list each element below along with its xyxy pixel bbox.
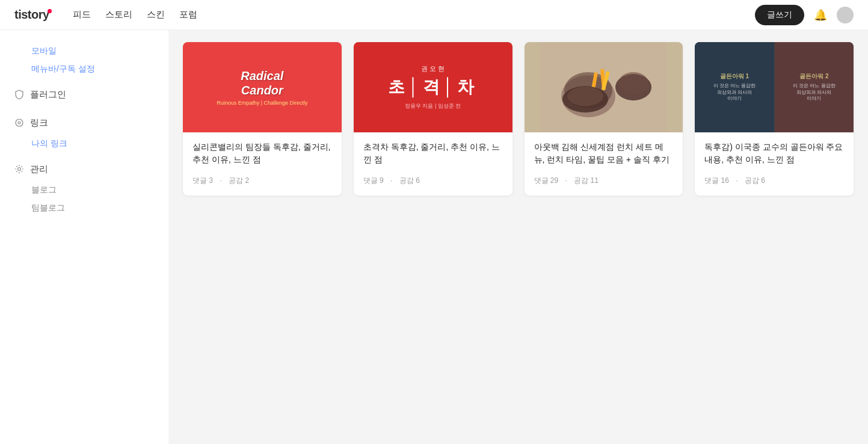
svg-point-7 — [618, 72, 648, 94]
card-radical-candor[interactable]: RadicalCandor Ruinous Empathy | Challeng… — [183, 42, 342, 196]
card1-body: 실리콘밸리의 팀장들 독후감, 줄거리, 추천 이유, 느낀 점 댓글 3 · … — [183, 132, 342, 196]
card3-image — [525, 42, 683, 132]
nav-forum[interactable]: 포럼 — [179, 9, 197, 20]
link-icon — [14, 118, 25, 129]
sidebar-item-menubar[interactable]: 메뉴바/구독 설정 — [31, 60, 168, 78]
card3-body: 아웃백 김해 신세계점 런치 세트 메뉴, 런치 타임, 꿀팁 모음 + 솔직 … — [525, 132, 683, 196]
card2-body: 초격차 독후감, 줄거리, 추천 이유, 느낀 점 댓글 9 · 공감 6 — [354, 132, 512, 196]
header-right: 글쓰기 🔔 — [755, 5, 854, 25]
svg-point-12 — [567, 87, 603, 106]
card-food[interactable]: 아웃백 김해 신세계점 런치 세트 메뉴, 런치 타임, 꿀팁 모음 + 솔직 … — [525, 42, 683, 196]
sidebar-link-header[interactable]: 링크 — [0, 111, 168, 135]
sidebar-plugin-label: 플러그인 — [30, 89, 66, 100]
logo-text: tistory — [14, 8, 49, 22]
nav-story[interactable]: 스토리 — [105, 9, 132, 20]
card4-likes: 공감 6 — [745, 176, 765, 185]
sidebar-section-link: 링크 나의 링크 — [0, 111, 168, 153]
sidebar-section-plugin: 플러그인 — [0, 83, 168, 106]
avatar[interactable] — [837, 7, 854, 23]
logo[interactable]: tistory — [14, 8, 54, 22]
cards-grid: RadicalCandor Ruinous Empathy | Challeng… — [183, 42, 854, 196]
sidebar-section-mobile: 모바일 메뉴바/구독 설정 — [0, 42, 168, 78]
gear-icon — [14, 164, 25, 175]
radical-candor-title: RadicalCandor Ruinous Empathy | Challeng… — [217, 69, 307, 106]
svg-point-1 — [18, 122, 20, 124]
card2-likes: 공감 6 — [399, 176, 420, 185]
card1-comments: 댓글 3 — [192, 176, 213, 185]
logo-dot — [48, 9, 52, 13]
card4-meta: 댓글 16 · 공감 6 — [704, 176, 844, 186]
chogyeokcha-inner: 권 오 현 초│격│차 정용우 지음 | 임성준 전 — [388, 64, 478, 110]
sidebar-manage-header[interactable]: 관리 — [0, 158, 168, 181]
card-books[interactable]: 골든아워 1 이 것은 어느 용감한외상외과 의사의이야기 골든아워 2 이 것… — [695, 42, 854, 196]
sidebar-item-teamblog[interactable]: 팀블로그 — [31, 199, 168, 217]
sidebar-item-blog[interactable]: 블로그 — [31, 181, 168, 199]
content-area: 모바일 메뉴바/구독 설정 플러그인 — [0, 30, 868, 444]
card1-meta: 댓글 3 · 공감 2 — [192, 176, 332, 186]
sidebar-mobile-sub: 모바일 메뉴바/구독 설정 — [0, 42, 168, 78]
card3-likes: 공감 11 — [574, 176, 599, 185]
sidebar-item-mylink[interactable]: 나의 링크 — [31, 135, 168, 153]
card3-meta: 댓글 29 · 공감 11 — [534, 176, 674, 186]
sidebar-section-manage: 관리 블로그 팀블로그 — [0, 158, 168, 217]
card2-title: 초격차 독후감, 줄거리, 추천 이유, 느낀 점 — [363, 141, 503, 166]
food-svg — [540, 42, 666, 132]
header: tistory 피드 스토리 스킨 포럼 글쓰기 🔔 — [0, 0, 868, 30]
card1-title: 실리콘밸리의 팀장들 독후감, 줄거리, 추천 이유, 느낀 점 — [192, 141, 332, 166]
card3-title: 아웃백 김해 신세계점 런치 세트 메뉴, 런치 타임, 꿀팁 모음 + 솔직 … — [534, 141, 674, 166]
write-button[interactable]: 글쓰기 — [755, 5, 804, 25]
main-content: RadicalCandor Ruinous Empathy | Challeng… — [168, 30, 868, 444]
main-nav: 피드 스토리 스킨 포럼 — [73, 9, 755, 20]
card1-likes: 공감 2 — [229, 176, 249, 185]
sidebar-manage-label: 관리 — [30, 164, 48, 175]
card4-body: 독후감) 이국종 교수의 골든아워 주요 내용, 추천 이유, 느낀 점 댓글 … — [695, 132, 854, 196]
card2-meta: 댓글 9 · 공감 6 — [363, 176, 503, 186]
card4-image: 골든아워 1 이 것은 어느 용감한외상외과 의사의이야기 골든아워 2 이 것… — [695, 42, 854, 132]
svg-point-0 — [16, 119, 23, 126]
sidebar-link-sub: 나의 링크 — [0, 135, 168, 153]
svg-point-2 — [18, 167, 21, 170]
card1-image: RadicalCandor Ruinous Empathy | Challeng… — [183, 42, 342, 132]
card3-comments: 댓글 29 — [534, 176, 559, 185]
card1-dot: · — [220, 176, 221, 185]
card-chogyeokcha[interactable]: 권 오 현 초│격│차 정용우 지음 | 임성준 전 초격차 독후감, 줄거리,… — [354, 42, 512, 196]
card3-dot: · — [565, 176, 567, 185]
shield-icon — [14, 90, 25, 100]
card2-comments: 댓글 9 — [363, 176, 384, 185]
bell-icon[interactable]: 🔔 — [814, 8, 827, 22]
sidebar-plugin-header[interactable]: 플러그인 — [0, 83, 168, 106]
sidebar-manage-sub: 블로그 팀블로그 — [0, 181, 168, 217]
card4-title: 독후감) 이국종 교수의 골든아워 주요 내용, 추천 이유, 느낀 점 — [704, 141, 844, 166]
page-wrapper: 모바일 메뉴바/구독 설정 플러그인 — [0, 0, 868, 444]
card4-comments: 댓글 16 — [704, 176, 729, 185]
sidebar-item-mobile[interactable]: 모바일 — [31, 42, 168, 60]
card2-image: 권 오 현 초│격│차 정용우 지음 | 임성준 전 — [354, 42, 512, 132]
card2-dot: · — [390, 176, 392, 185]
nav-skin[interactable]: 스킨 — [147, 9, 165, 20]
nav-feed[interactable]: 피드 — [73, 9, 91, 20]
card4-dot: · — [736, 176, 737, 185]
sidebar: 모바일 메뉴바/구독 설정 플러그인 — [0, 30, 168, 444]
sidebar-link-label: 링크 — [30, 117, 48, 129]
